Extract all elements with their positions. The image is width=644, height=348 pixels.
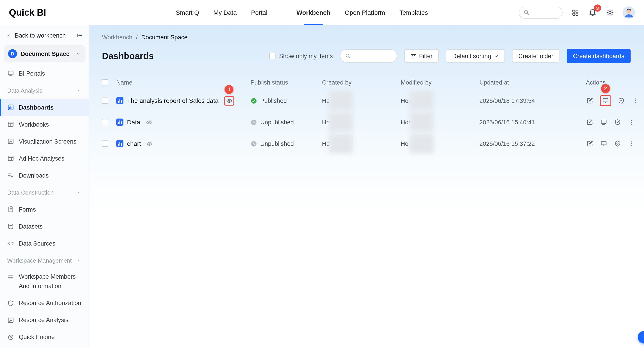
chevron-left-icon	[6, 33, 12, 38]
collapse-sidebar-icon[interactable]	[76, 32, 83, 39]
quick-bi-app: Quick BI Smart Q My Data Portal Workbenc…	[0, 0, 644, 348]
quick-bi-logo: Quick BI	[9, 7, 85, 18]
sidebar-item-dashboards[interactable]: Dashboards	[0, 99, 89, 116]
chevron-down-icon	[76, 51, 81, 56]
redacted-blur	[410, 112, 434, 132]
dashboard-doc-icon	[116, 118, 124, 126]
nav-item-open-platform[interactable]: Open Platform	[345, 0, 385, 25]
sidebar-item-ad-hoc-analyses[interactable]: Ad Hoc Analyses	[0, 150, 89, 167]
modified-by-cell: Hor	[401, 90, 480, 112]
download-list-icon	[7, 172, 14, 179]
user-avatar[interactable]	[622, 6, 635, 19]
unpublished-clock-icon	[250, 119, 257, 126]
table-row[interactable]: chart Unpublished Ho Hor 2025/0	[102, 133, 630, 154]
created-by-cell: Ho	[322, 90, 401, 112]
table-row[interactable]: Data Unpublished Ho Hor 2025/06	[102, 112, 630, 133]
shield-check-icon[interactable]	[614, 118, 622, 126]
edit-icon[interactable]	[586, 118, 594, 126]
sidebar-item-workspace-members[interactable]: Workspace Members And Information	[0, 269, 89, 295]
table-row[interactable]: The analysis report of Sales data 1 Publ…	[102, 90, 630, 112]
filter-button[interactable]: Filter	[404, 49, 439, 62]
dashboards-search-input[interactable]	[354, 52, 390, 59]
preview-monitor-icon[interactable]	[600, 118, 608, 126]
create-folder-button[interactable]: Create folder	[512, 49, 560, 62]
published-check-icon	[250, 97, 257, 104]
sidebar-item-lineage-analysis[interactable]: Lineage Analysis	[0, 346, 89, 348]
settings-gear-icon[interactable]	[605, 8, 615, 18]
show-only-checkbox[interactable]	[269, 53, 276, 59]
select-all-checkbox[interactable]	[102, 79, 108, 86]
preview-monitor-icon[interactable]	[600, 140, 608, 148]
more-kebab-icon[interactable]	[628, 140, 636, 148]
nav-divider	[282, 9, 282, 16]
nav-item-workbench[interactable]: Workbench	[296, 0, 330, 25]
apps-grid-icon[interactable]	[570, 8, 580, 18]
updated-at-cell: 2025/06/18 17:39:54	[480, 97, 583, 104]
section-data-construction: Data Construction	[0, 184, 89, 201]
sidebar-item-downloads[interactable]: Downloads	[0, 167, 89, 184]
dashboards-search[interactable]	[340, 49, 397, 62]
nav-item-portal[interactable]: Portal	[251, 0, 268, 25]
redacted-blur	[329, 91, 353, 110]
back-to-workbench[interactable]: Back to workbench	[0, 30, 89, 42]
notifications-bell-icon[interactable]: 3	[588, 8, 598, 18]
table-header: Name Publish status Created by Modified …	[102, 75, 630, 90]
topbar-search-input[interactable]	[532, 10, 558, 16]
status-cell: Unpublished	[250, 119, 322, 126]
dashboard-name[interactable]: chart	[127, 140, 141, 147]
members-list-icon	[7, 274, 14, 281]
dashboard-doc-icon	[116, 97, 124, 104]
create-dashboards-button[interactable]: Create dashboards	[567, 49, 630, 63]
row-checkbox[interactable]	[102, 140, 108, 147]
show-only-my-items[interactable]: Show only my items	[269, 52, 333, 59]
shield-check-icon[interactable]	[614, 140, 622, 148]
more-kebab-icon[interactable]	[631, 96, 639, 105]
floating-help-button[interactable]	[638, 331, 644, 344]
more-kebab-icon[interactable]	[628, 118, 636, 126]
breadcrumb-workbench[interactable]: Workbench	[102, 34, 132, 41]
sidebar-item-forms[interactable]: Forms	[0, 201, 89, 218]
active-tab-underline	[304, 24, 323, 25]
top-navigation: Smart Q My Data Portal Workbench Open Pl…	[85, 0, 519, 25]
sort-dropdown[interactable]: Default sorting	[446, 49, 505, 62]
shield-check-icon[interactable]	[617, 96, 625, 105]
sidebar-item-bi-portals[interactable]: BI Portals	[0, 65, 89, 82]
sidebar-item-resource-authorization[interactable]: Resource Authorization	[0, 295, 89, 312]
main-content: Workbench / Document Space Dashboards Sh…	[90, 25, 644, 348]
eye-icon[interactable]	[226, 97, 232, 104]
chevron-up-icon[interactable]	[76, 258, 82, 263]
dashboard-name[interactable]: Data	[127, 118, 140, 126]
title-row: Dashboards Show only my items	[102, 49, 630, 63]
col-publish-status: Publish status	[250, 79, 322, 86]
status-text: Unpublished	[260, 119, 294, 126]
edit-icon[interactable]	[586, 140, 594, 148]
modified-by-cell: Hor	[401, 112, 480, 133]
modified-by-cell: Hor	[401, 133, 480, 154]
row-checkbox[interactable]	[102, 119, 108, 125]
nav-item-templates[interactable]: Templates	[399, 0, 428, 25]
workspace-initial-badge: D	[8, 49, 17, 58]
sidebar-item-data-sources[interactable]: Data Sources	[0, 235, 89, 252]
sidebar-item-workbooks[interactable]: Workbooks	[0, 116, 89, 133]
chevron-up-icon[interactable]	[76, 88, 82, 93]
row-checkbox[interactable]	[102, 98, 108, 104]
dashboard-name[interactable]: The analysis report of Sales data	[127, 97, 218, 104]
edit-icon[interactable]	[586, 96, 594, 105]
viewport: Quick BI Smart Q My Data Portal Workbenc…	[0, 0, 644, 348]
sidebar-item-quick-engine[interactable]: Quick Engine	[0, 329, 89, 346]
preview-monitor-icon[interactable]	[602, 96, 610, 105]
redacted-blur	[329, 112, 353, 132]
workspace-selector[interactable]: D Document Space	[4, 45, 86, 62]
chevron-up-icon[interactable]	[76, 190, 82, 195]
nav-item-smart-q[interactable]: Smart Q	[176, 0, 199, 25]
sidebar-item-resource-analysis[interactable]: Resource Analysis	[0, 312, 89, 329]
annotation-step-badge: 1	[224, 85, 234, 94]
screen-image-icon	[7, 138, 14, 145]
search-icon	[523, 10, 530, 16]
sidebar-item-visualization-screens[interactable]: Visualization Screens	[0, 133, 89, 150]
sidebar-item-datasets[interactable]: Datasets	[0, 218, 89, 235]
nav-item-my-data[interactable]: My Data	[213, 0, 236, 25]
col-created-by: Created by	[322, 79, 401, 86]
topbar-search[interactable]	[519, 6, 562, 18]
analysis-chart-icon	[7, 317, 14, 324]
